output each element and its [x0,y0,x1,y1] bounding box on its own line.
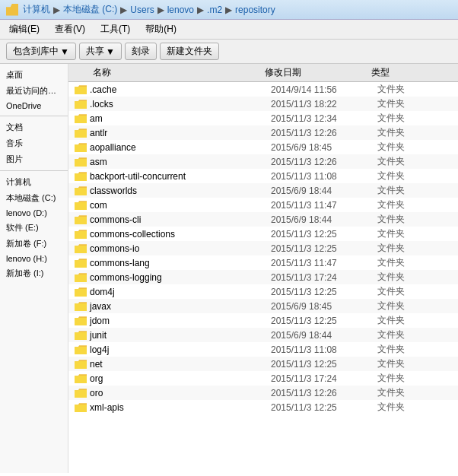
folder-icon [75,229,87,240]
sidebar-item-computer[interactable]: 计算机 [0,174,68,190]
file-date: 2015/6/9 18:44 [265,214,371,225]
file-date: 2015/11/3 11:08 [265,344,371,355]
toolbar: 包含到库中 ▼ 共享 ▼ 刻录 新建文件夹 [0,40,458,64]
file-date: 2015/11/3 12:26 [265,157,371,167]
sidebar-item-docs[interactable]: 文档 [0,119,68,135]
file-type: 文件夹 [371,141,432,154]
table-row[interactable]: aopalliance2015/6/9 18:45文件夹 [68,140,458,154]
breadcrumb-users[interactable]: Users [129,5,155,15]
menu-help[interactable]: 帮助(H) [142,21,180,37]
col-header-type[interactable]: 类型 [365,66,426,79]
file-name: jdom [90,316,265,326]
folder-icon [75,373,87,384]
file-name: org [90,373,265,384]
folder-title-icon [6,4,18,16]
table-row[interactable]: xml-apis2015/11/3 12:25文件夹 [68,400,458,414]
file-date: 2015/6/9 18:45 [265,301,371,312]
title-bar: 计算机 ▶ 本地磁盘 (C:) ▶ Users ▶ lenovo ▶ .m2 ▶… [0,0,458,20]
table-row[interactable]: javax2015/6/9 18:45文件夹 [68,299,458,313]
sidebar-item-recent[interactable]: 最近访问的位置 [0,83,68,99]
breadcrumb-repository[interactable]: repository [234,5,277,15]
table-row[interactable]: org2015/11/3 17:24文件夹 [68,371,458,386]
table-row[interactable]: antlr2015/11/3 12:26文件夹 [68,125,458,140]
sidebar-item-desktop[interactable]: 桌面 [0,67,68,83]
sidebar-item-f-drive[interactable]: 新加卷 (F:) [0,236,68,252]
folder-icon [75,142,87,153]
col-header-date[interactable]: 修改日期 [259,66,365,79]
file-name: javax [90,301,265,312]
new-folder-button[interactable]: 新建文件夹 [160,43,219,60]
table-row[interactable]: commons-cli2015/6/9 18:44文件夹 [68,212,458,227]
table-row[interactable]: commons-logging2015/11/3 17:24文件夹 [68,270,458,284]
table-row[interactable]: commons-io2015/11/3 12:25文件夹 [68,241,458,255]
file-date: 2015/6/9 18:44 [265,330,371,341]
menu-view[interactable]: 查看(V) [52,21,88,37]
table-row[interactable]: classworlds2015/6/9 18:44文件夹 [68,183,458,198]
file-date: 2015/11/3 18:22 [265,99,371,109]
folder-icon [75,84,87,95]
sidebar-item-d-drive[interactable]: lenovo (D:) [0,206,68,220]
sidebar-item-c-drive[interactable]: 本地磁盘 (C:) [0,190,68,206]
folder-icon [75,186,87,196]
file-date: 2015/11/3 12:25 [265,359,371,370]
breadcrumb-m2[interactable]: .m2 [205,5,224,15]
include-library-button[interactable]: 包含到库中 ▼ [6,43,76,60]
sidebar-item-e-drive[interactable]: 软件 (E:) [0,220,68,236]
table-row[interactable]: junit2015/6/9 18:44文件夹 [68,328,458,342]
file-name: xml-apis [90,402,265,413]
folder-icon [75,214,87,225]
file-type: 文件夹 [371,285,432,298]
table-row[interactable]: backport-util-concurrent2015/11/3 11:08文… [68,169,458,183]
sidebar-divider-1 [0,116,68,116]
file-type: 文件夹 [371,271,432,284]
burn-button[interactable]: 刻录 [125,43,157,60]
file-date: 2015/11/3 17:24 [265,272,371,283]
breadcrumb-lenovo[interactable]: lenovo [166,5,196,15]
table-row[interactable]: commons-collections2015/11/3 12:25文件夹 [68,227,458,241]
folder-icon [75,258,87,268]
file-date: 2015/11/3 12:25 [265,316,371,326]
file-name: dom4j [90,287,265,297]
file-type: 文件夹 [371,314,432,327]
sidebar-item-onedrive[interactable]: OneDrive [0,99,68,113]
table-row[interactable]: log4j2015/11/3 11:08文件夹 [68,342,458,357]
breadcrumb-c-drive[interactable]: 本地磁盘 (C:) [62,3,119,16]
menu-bar: 编辑(E) 查看(V) 工具(T) 帮助(H) [0,20,458,40]
table-row[interactable]: am2015/11/3 12:34文件夹 [68,111,458,125]
sidebar-divider-2 [0,170,68,171]
file-date: 2014/9/14 11:56 [265,84,371,95]
share-button[interactable]: 共享 ▼ [79,43,122,60]
file-type: 文件夹 [371,386,432,399]
file-name: commons-io [90,243,265,254]
table-row[interactable]: oro2015/11/3 12:26文件夹 [68,386,458,400]
folder-icon [75,330,87,341]
table-row[interactable]: dom4j2015/11/3 12:25文件夹 [68,284,458,299]
file-name: .cache [90,84,265,95]
breadcrumb-computer[interactable]: 计算机 [21,3,52,16]
table-row[interactable]: com2015/11/3 11:47文件夹 [68,198,458,212]
menu-edit[interactable]: 编辑(E) [6,21,43,37]
sidebar-item-pictures[interactable]: 图片 [0,151,68,167]
file-date: 2015/11/3 17:24 [265,373,371,384]
sidebar-item-i-drive[interactable]: 新加卷 (I:) [0,265,68,281]
folder-icon [75,128,87,138]
col-header-name[interactable]: 名称 [68,66,259,79]
folder-icon [75,113,87,124]
table-row[interactable]: jdom2015/11/3 12:25文件夹 [68,313,458,328]
table-row[interactable]: .locks2015/11/3 18:22文件夹 [68,97,458,111]
table-row[interactable]: net2015/11/3 12:25文件夹 [68,357,458,371]
menu-tools[interactable]: 工具(T) [97,21,133,37]
file-type: 文件夹 [371,372,432,385]
folder-icon [75,157,87,167]
sidebar-item-h-drive[interactable]: lenovo (H:) [0,252,68,265]
file-name: oro [90,388,265,398]
sidebar-item-music[interactable]: 音乐 [0,135,68,151]
file-name: commons-lang [90,258,265,268]
file-name: .locks [90,99,265,109]
sidebar: 桌面 最近访问的位置 OneDrive 文档 音乐 图片 计算机 本地磁盘 (C… [0,64,68,473]
file-name: net [90,359,265,370]
table-row[interactable]: asm2015/11/3 12:26文件夹 [68,154,458,169]
folder-icon [75,272,87,283]
table-row[interactable]: commons-lang2015/11/3 11:47文件夹 [68,255,458,270]
table-row[interactable]: .cache2014/9/14 11:56文件夹 [68,82,458,97]
